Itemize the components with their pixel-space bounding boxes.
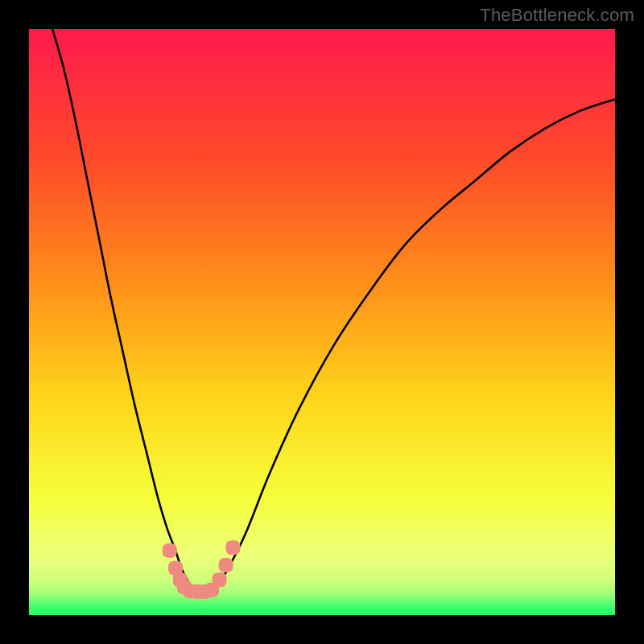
chart-frame: TheBottleneck.com <box>0 0 644 644</box>
trough-marker <box>163 543 177 558</box>
trough-marker <box>213 572 227 587</box>
trough-marker <box>225 540 240 555</box>
chart-svg <box>29 29 615 615</box>
trough-marker <box>219 558 233 572</box>
watermark-text: TheBottleneck.com <box>480 5 634 26</box>
plot-area <box>29 29 615 615</box>
